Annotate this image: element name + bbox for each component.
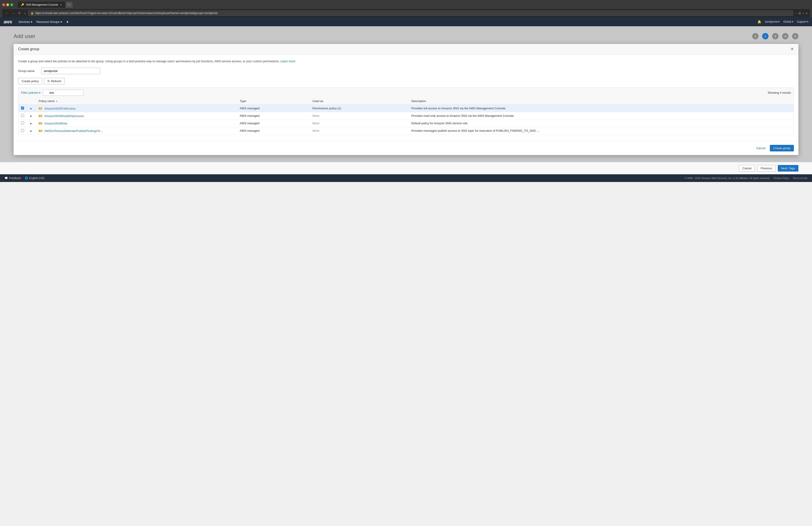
table-row[interactable]: ▶ 🎫 AmazonSNSReadOnlyAccess AWS managed … [18,112,794,120]
policy-icon: 🎫 [39,107,42,110]
chevron-down-icon: ▾ [792,20,793,23]
expand-row-button[interactable]: ▶ [29,114,33,118]
home-button[interactable]: ⌂ [23,11,27,15]
policy-name-link[interactable]: AmazonSNSRole [44,122,67,125]
tab-close-button[interactable]: ✕ [60,3,62,6]
modal-cancel-button[interactable]: Cancel [754,145,768,151]
table-row[interactable]: ▶ 🎫 AWSIoTDeviceDefenderPublishFindingsT… [18,127,794,134]
row-type: AWS managed [237,105,310,112]
row-type: AWS managed [237,112,310,120]
region-menu[interactable]: Global ▾ [783,20,793,23]
browser-tab-active[interactable]: 🔑 IAM Management Console ✕ [18,2,65,8]
expand-row-button[interactable]: ▶ [29,107,33,110]
row-checkbox-cell [18,120,27,127]
aws-header-right: 🔔 sendportal ▾ Global ▾ Support ▾ [757,20,808,24]
refresh-button[interactable]: ↻ Refresh [44,78,65,85]
row-used-as: Permissions policy (1) [310,105,409,112]
menu-icon[interactable]: ≡ [806,12,808,15]
reader-icon: ☰ [798,12,801,15]
favorites-nav[interactable]: ★ [64,19,71,25]
row-checkbox[interactable] [21,122,24,124]
next-button[interactable]: Next: Tags [778,165,798,171]
address-bar[interactable]: 🔒 https://console.aws.amazon.com/iam/hom… [28,11,793,16]
language-icon: 🌐 [25,177,28,180]
chevron-down-icon: ▾ [807,20,808,23]
row-policy-name: 🎫 AmazonSNSFullAccess [36,105,237,112]
table-row[interactable]: ▶ 🎫 AmazonSNSFullAccess AWS managed Perm… [18,105,794,112]
page-footer: 💬 Feedback 🌐 English (US) © 2008 - 2020,… [0,174,812,182]
feedback-icon: 💬 [4,177,8,180]
row-checkbox[interactable] [21,114,24,117]
close-button[interactable] [2,3,5,6]
maximize-button[interactable] [11,3,13,6]
aws-nav: Services ▾ Resource Groups ▾ ★ [17,19,71,25]
row-used-as: None [310,127,409,134]
step-1: 1 [752,33,758,40]
wizard-steps: 1 2 3 4 5 [752,33,798,40]
support-menu[interactable]: Support ▾ [797,20,808,23]
row-checkbox-cell [18,127,27,134]
group-name-label: Group name [18,69,39,73]
th-expand [27,97,36,105]
table-row[interactable]: ▶ 🎫 AmazonSNSRole AWS managed None Defau… [18,120,794,127]
previous-button[interactable]: Previous [757,165,775,171]
services-nav[interactable]: Services ▾ [17,19,34,25]
row-expand-cell: ▶ [27,127,36,134]
new-tab-button[interactable]: + [66,2,72,8]
feedback-label: Feedback [9,177,21,180]
bookmark-icon[interactable]: ☆ [802,12,805,15]
row-checkbox-cell [18,112,27,120]
terms-of-use-link[interactable]: Terms of Use [793,177,808,180]
row-checkbox-cell [18,105,27,112]
close-modal-button[interactable]: ✕ [791,47,794,51]
row-checkbox[interactable] [21,107,24,109]
policy-name-link[interactable]: AWSIoTDeviceDefenderPublishFindingsTo... [44,129,103,133]
create-policy-button[interactable]: Create policy [18,78,42,85]
policy-search-input[interactable] [43,90,84,96]
expand-row-button[interactable]: ▶ [29,129,33,133]
row-description: Provides full access to Amazon SNS via t… [408,105,794,112]
user-menu[interactable]: sendportal ▾ [765,20,780,23]
resource-groups-nav[interactable]: Resource Groups ▾ [35,19,64,25]
chevron-down-icon: ▾ [778,20,780,23]
forward-button[interactable]: → [11,11,16,15]
policy-name-link[interactable]: AmazonSNSReadOnlyAccess [44,114,84,118]
minimize-button[interactable] [6,3,9,6]
language-label: English (US) [29,177,44,180]
notifications-icon[interactable]: 🔔 [757,20,761,24]
url-text: https://console.aws.amazon.com/iam/home?… [35,12,791,15]
row-type: AWS managed [237,127,310,134]
row-checkbox[interactable] [21,129,24,132]
row-description: Default policy for Amazon SNS service ro… [408,120,794,127]
reload-button[interactable]: ↻ [17,11,22,15]
policy-name-link[interactable]: AmazonSNSFullAccess [44,107,75,110]
create-group-button[interactable]: Create group [770,145,794,151]
th-type: Type [237,97,310,105]
filter-policies-button[interactable]: Filter policies ▾ [21,91,41,94]
tab-favicon: 🔑 [21,3,24,6]
feedback-item[interactable]: 💬 Feedback [4,177,21,180]
expand-row-button[interactable]: ▶ [29,122,33,125]
aws-logo: aws [4,19,12,24]
policy-icon: 🎫 [39,114,42,118]
modal-body: Create a group and select the policies t… [14,55,798,139]
filter-bar: Filter policies ▾ 🔍 Showing 4 results [18,88,794,97]
row-expand-cell: ▶ [27,120,36,127]
sort-arrow-icon: ▾ [56,100,57,103]
language-item[interactable]: 🌐 English (US) [25,177,44,180]
row-expand-cell: ▶ [27,105,36,112]
group-name-row: Group name [18,68,794,74]
th-description: Description [408,97,794,105]
group-name-input[interactable] [41,68,100,74]
row-expand-cell: ▶ [27,112,36,120]
back-button[interactable]: ← [4,11,10,15]
privacy-policy-link[interactable]: Privacy Policy [774,177,789,180]
cancel-button[interactable]: Cancel [739,165,755,171]
step-3: 3 [772,33,779,40]
policy-icon: 🎫 [39,122,42,125]
learn-more-link[interactable]: Learn more [280,60,295,63]
modal-header: Create group ✕ [14,44,798,55]
chevron-down-icon: ▾ [39,91,41,94]
chevron-down-icon: ▾ [31,20,32,24]
showing-results: Showing 4 results [768,91,791,94]
